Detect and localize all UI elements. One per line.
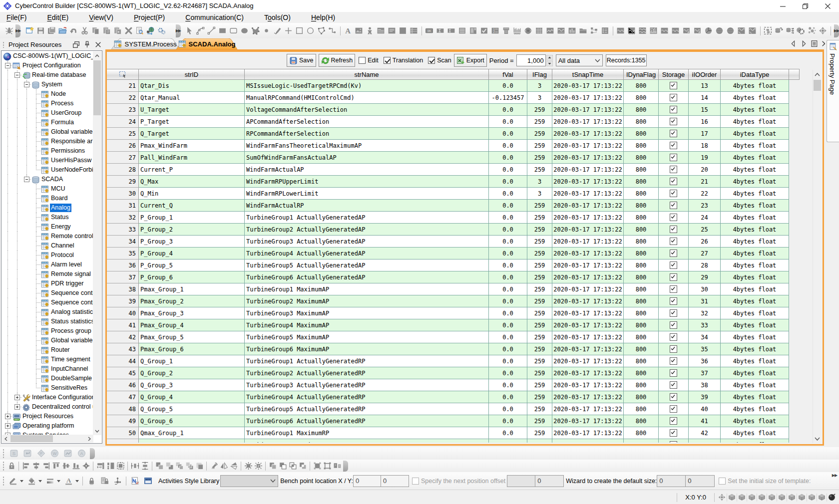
tree-item-sensitiveres[interactable]: SensitiveRes	[1, 383, 96, 393]
cell-iIOOrder[interactable]: 43	[689, 439, 721, 443]
table-row-38[interactable]: 38Pmax_Group_1TurbineGroup1 MaximumAP0.0…	[107, 283, 800, 295]
cell-iIOOrder[interactable]: 36	[689, 355, 721, 367]
cell-rownum[interactable]: 44	[107, 355, 139, 367]
space-h-button[interactable]	[130, 460, 140, 472]
cell-IDynaFlag[interactable]: 800	[624, 379, 659, 391]
cell-fVal[interactable]: 0.0	[489, 164, 527, 176]
ok-button-button[interactable]: OK	[424, 25, 435, 37]
tree-item-usergroup[interactable]: UserGroup	[1, 108, 96, 118]
cell-fVal[interactable]: 0.0	[489, 236, 527, 248]
polygon-filled-button[interactable]	[250, 25, 261, 37]
cube-status-button[interactable]	[798, 493, 806, 502]
lock-button[interactable]	[6, 460, 16, 472]
toolbar-overflow[interactable]	[343, 461, 348, 472]
align-bottom-button[interactable]	[71, 460, 81, 472]
cell-strID[interactable]: P_Group_6	[139, 271, 245, 283]
tree-item-status[interactable]: Status	[1, 213, 96, 222]
list-view2-button[interactable]	[600, 25, 611, 37]
save-button[interactable]: Save	[287, 54, 316, 67]
gear-burst-button[interactable]	[796, 25, 807, 37]
cell-IDynaFlag[interactable]: 800	[624, 283, 659, 295]
style-library-select[interactable]	[220, 475, 278, 487]
table-row-50[interactable]: 50Qmax_Group_1TurbineGroup1 MaximumRP0.0…	[107, 427, 800, 439]
cell-IFlag[interactable]: 259	[527, 427, 552, 439]
tree-item-permissions[interactable]: Permissions	[1, 146, 96, 156]
cell-iDataType[interactable]: 4bytes float	[721, 152, 789, 164]
toolbar-grip[interactable]	[1, 448, 5, 459]
trend-chart-button[interactable]	[545, 25, 556, 37]
cell-fVal[interactable]: 0.0	[489, 367, 527, 379]
period-spinner[interactable]	[546, 55, 553, 66]
cell-strName[interactable]: TurbineGroup5 MaximumAP	[245, 331, 489, 343]
col-header-selector[interactable]	[107, 69, 139, 80]
tree-item-process-group[interactable]: Process group	[1, 326, 96, 336]
col-header-IDynaFlag[interactable]: IDynaFlag	[624, 69, 659, 80]
cell-IFlag[interactable]: 3	[527, 188, 552, 200]
cell-iDataType[interactable]: 4bytes float	[721, 236, 789, 248]
cell-iIOOrder[interactable]: 22	[689, 188, 721, 200]
cell-strID[interactable]: Pmax_Group_3	[139, 307, 245, 319]
wave-box-button[interactable]	[615, 25, 626, 37]
tree-label[interactable]: CSC-800WS-1(WT)_LOGIC_V	[12, 52, 96, 60]
table-row-35[interactable]: 35P_Group_4TurbineGroup4 ActuallyGenerat…	[107, 248, 800, 259]
cell-iDataType[interactable]: 4bytes float	[721, 283, 789, 295]
cell-storage-checkbox[interactable]	[659, 200, 689, 212]
cell-fVal[interactable]: 0.0	[489, 427, 527, 439]
cell-iDataType[interactable]: 4bytes float	[721, 224, 789, 236]
cell-IFlag[interactable]: 259	[527, 248, 552, 259]
paste-button[interactable]	[101, 25, 112, 37]
cell-tSnapTime[interactable]: 2020-03-17 17:13:22	[552, 128, 624, 140]
cell-strID[interactable]: Qmax_Group_1	[139, 427, 245, 439]
cell-rownum[interactable]: 48	[107, 403, 139, 415]
cell-strName[interactable]: RPCommandAfterSelection	[245, 128, 489, 140]
cell-storage-checkbox[interactable]	[659, 140, 689, 152]
cell-strName[interactable]: TurbineGroup4 MaximumAP	[245, 319, 489, 331]
cell-IFlag[interactable]: 259	[527, 200, 552, 212]
cell-iDataType[interactable]: 4bytes float	[721, 427, 789, 439]
cell-tSnapTime[interactable]: 2020-03-17 17:13:22	[552, 439, 624, 443]
cell-storage-checkbox[interactable]	[659, 236, 689, 248]
cell-iIOOrder[interactable]: 25	[689, 224, 721, 236]
tree-vertical-scrollbar[interactable]	[93, 51, 101, 435]
cell-tSnapTime[interactable]: 2020-03-17 17:13:22	[552, 188, 624, 200]
cell-fVal[interactable]: 0.0	[489, 200, 527, 212]
table-row-49[interactable]: 49Q_Group_6TurbineGroup6 ActuallyGenerat…	[107, 415, 800, 427]
tree-item-doublesample[interactable]: DoubleSample	[1, 374, 96, 383]
cell-tSnapTime[interactable]: 2020-03-17 17:13:22	[552, 248, 624, 259]
cell-tSnapTime[interactable]: 2020-03-17 17:13:22	[552, 212, 624, 224]
tree-label[interactable]: UserNodeForbi	[50, 166, 94, 174]
stamp-wave-button[interactable]	[692, 25, 703, 37]
wizard-height-input[interactable]: 0	[686, 475, 715, 487]
cell-strID[interactable]: Qmax_Group_2	[139, 439, 245, 443]
col-header-fVal[interactable]: fVal	[489, 69, 527, 80]
cube-status-button[interactable]	[768, 493, 776, 502]
order-group-button[interactable]	[194, 460, 204, 472]
grid-scroll-up[interactable]	[813, 71, 822, 78]
cell-rownum[interactable]: 28	[107, 164, 139, 176]
cell-strID[interactable]: Pmax_Group_5	[139, 331, 245, 343]
table-row-33[interactable]: 33P_Group_2TurbineGroup2 ActuallyGenerat…	[107, 224, 800, 236]
combine-3-button[interactable]	[288, 460, 298, 472]
template-checkbox[interactable]: Set the initial size of template:	[719, 478, 811, 485]
circle-outline-button[interactable]	[305, 25, 316, 37]
save-button[interactable]	[35, 25, 46, 37]
tree-item-project-configuration[interactable]: Project Configuration	[1, 61, 96, 70]
cell-tSnapTime[interactable]: 2020-03-17 17:13:22	[552, 92, 624, 104]
menu-tools[interactable]: Tools(O)	[258, 12, 297, 23]
grid-scroll-down[interactable]	[813, 435, 822, 442]
cell-rownum[interactable]: 46	[107, 379, 139, 391]
cell-iDataType[interactable]: 4bytes float	[721, 259, 789, 271]
dot-button[interactable]	[261, 25, 272, 37]
cell-storage-checkbox[interactable]	[659, 403, 689, 415]
grid-vertical-scrollbar[interactable]	[813, 70, 822, 443]
order-forward-button[interactable]	[174, 460, 184, 472]
tree-item-channel[interactable]: Channel	[1, 241, 96, 251]
cell-strID[interactable]: Current_P	[139, 164, 245, 176]
nav-diamond-s-status-button[interactable]	[718, 493, 726, 502]
win-folder-button[interactable]	[376, 25, 387, 37]
cell-fVal[interactable]: 0.0	[489, 259, 527, 271]
cell-tSnapTime[interactable]: 2020-03-17 17:13:22	[552, 259, 624, 271]
tree-item-remote-signal[interactable]: Remote signal	[1, 269, 96, 279]
cell-IFlag[interactable]: 259	[527, 164, 552, 176]
cell-IFlag[interactable]: 3	[527, 176, 552, 188]
